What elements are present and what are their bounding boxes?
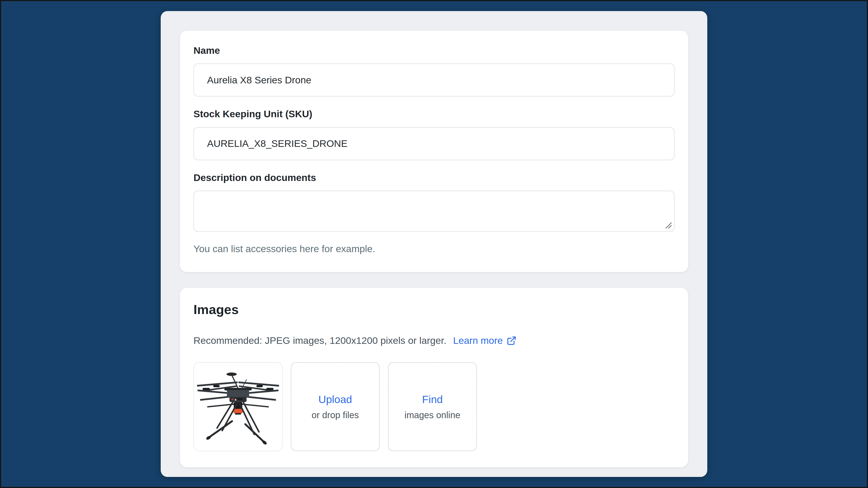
find-tile-subtitle: images online xyxy=(405,411,460,420)
name-input[interactable] xyxy=(193,64,675,96)
learn-more-link[interactable]: Learn more xyxy=(453,335,517,347)
app-background: Name Stock Keeping Unit (SKU) Descriptio… xyxy=(0,0,868,488)
upload-tile[interactable]: Upload or drop files xyxy=(291,362,380,451)
upload-tile-subtitle: or drop files xyxy=(312,411,359,420)
learn-more-label: Learn more xyxy=(453,335,503,347)
sku-label: Stock Keeping Unit (SKU) xyxy=(193,109,675,119)
drone-image xyxy=(195,364,281,449)
name-label: Name xyxy=(193,45,675,56)
description-field-wrap xyxy=(193,191,675,232)
find-tile-title: Find xyxy=(422,394,442,404)
product-image-thumbnail[interactable] xyxy=(193,362,283,451)
description-textarea[interactable] xyxy=(193,191,675,232)
upload-tile-title: Upload xyxy=(318,394,352,404)
sku-input[interactable] xyxy=(193,127,675,160)
description-hint: You can list accessories here for exampl… xyxy=(193,243,675,255)
images-card: Images Recommended: JPEG images, 1200x12… xyxy=(180,288,688,467)
image-recommendation-row: Recommended: JPEG images, 1200x1200 pixe… xyxy=(193,335,675,347)
content-panel: Name Stock Keeping Unit (SKU) Descriptio… xyxy=(161,11,707,477)
recommendation-text: Recommended: JPEG images, 1200x1200 pixe… xyxy=(193,335,446,347)
image-tiles-row: Upload or drop files Find images online xyxy=(193,362,675,451)
product-details-card: Name Stock Keeping Unit (SKU) Descriptio… xyxy=(180,31,688,272)
find-images-tile[interactable]: Find images online xyxy=(388,362,477,451)
description-label: Description on documents xyxy=(193,172,675,183)
external-link-icon xyxy=(506,336,517,346)
images-heading: Images xyxy=(193,302,675,317)
